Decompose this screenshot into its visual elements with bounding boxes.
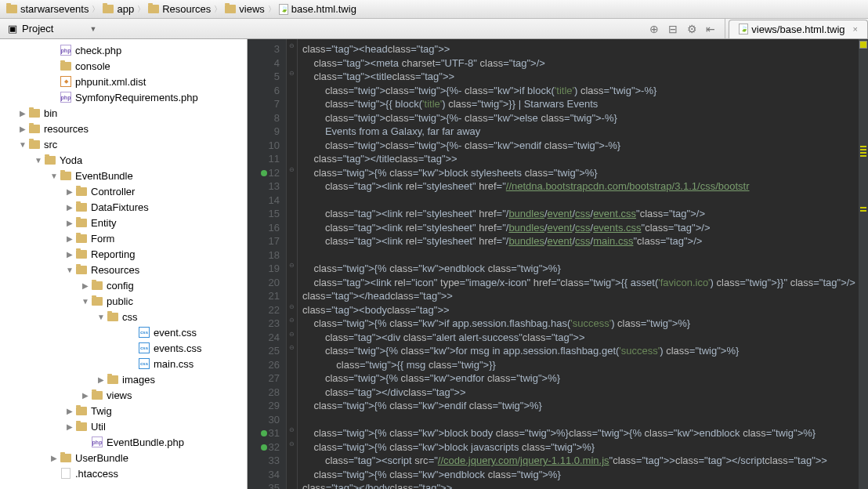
collapse-icon[interactable]: ⊟ xyxy=(667,23,679,35)
tree-label: phpunit.xml.dist xyxy=(75,76,146,88)
folder-icon xyxy=(92,281,103,290)
project-dropdown[interactable]: ▣ Project ▼ xyxy=(0,19,104,38)
tree-arrow-icon[interactable]: ▶ xyxy=(19,109,27,118)
tree-item[interactable]: ▶Twig xyxy=(0,403,247,418)
tree-arrow-icon[interactable]: ▼ xyxy=(66,266,74,274)
tree-arrow-icon[interactable]: ▶ xyxy=(81,281,89,290)
tree-item[interactable]: ▶Entity xyxy=(0,215,247,230)
tree-arrow-icon[interactable]: ▶ xyxy=(81,391,89,400)
tree-arrow-icon[interactable]: ▼ xyxy=(97,313,105,321)
tree-item[interactable]: cssevents.css xyxy=(0,340,247,356)
tree-label: Form xyxy=(91,233,114,244)
tree-item[interactable]: ▼EventBundle xyxy=(0,168,247,183)
tree-arrow-icon[interactable]: ▶ xyxy=(97,375,105,384)
css-file-icon: css xyxy=(139,342,150,353)
twig-file-icon xyxy=(739,24,748,34)
breadcrumb: starwarsevents 〉 app 〉 Resources 〉 views… xyxy=(0,0,868,19)
tree-item[interactable]: ▼css xyxy=(0,309,247,324)
tree-arrow-icon[interactable]: ▶ xyxy=(66,187,74,196)
tree-label: main.css xyxy=(154,358,193,370)
tree-arrow-icon[interactable]: ▼ xyxy=(81,297,89,306)
tree-arrow-icon[interactable]: ▶ xyxy=(66,407,74,415)
error-stripe[interactable] xyxy=(859,39,868,489)
php-file-icon: php xyxy=(60,92,71,103)
folder-icon xyxy=(103,5,114,13)
tree-arrow-icon[interactable]: ▼ xyxy=(50,172,58,180)
tree-arrow-icon[interactable]: ▼ xyxy=(19,140,27,149)
tree-arrow-icon[interactable]: ▶ xyxy=(66,250,74,259)
tree-item[interactable]: ▶UserBundle xyxy=(0,450,247,465)
tree-item[interactable]: ▶config xyxy=(0,277,247,293)
tree-item[interactable]: cssevent.css xyxy=(0,324,247,340)
tab-title: views/base.html.twig xyxy=(751,24,844,35)
tree-item[interactable]: ▶DataFixtures xyxy=(0,199,247,215)
settings-icon[interactable]: ⚙ xyxy=(685,23,698,35)
tree-item[interactable]: ◆phpunit.xml.dist xyxy=(0,74,247,89)
breadcrumb-item[interactable]: base.html.twig xyxy=(279,3,356,15)
tree-item[interactable]: phpSymfonyRequirements.php xyxy=(0,89,247,105)
tree-item[interactable]: phpEventBundle.php xyxy=(0,434,247,450)
line-gutter: 3456789101112131415161718192021222324252… xyxy=(248,39,287,489)
tree-item[interactable]: ▼Yoda xyxy=(0,152,247,168)
tree-item[interactable]: ▼Resources xyxy=(0,262,247,277)
breadcrumb-item[interactable]: starwarsevents xyxy=(6,3,89,15)
tree-item[interactable]: .htaccess xyxy=(0,465,247,481)
inspection-indicator[interactable] xyxy=(859,41,867,49)
tree-item[interactable]: cssmain.css xyxy=(0,356,247,371)
tree-item[interactable]: ▶Util xyxy=(0,418,247,434)
tree-arrow-icon[interactable]: ▶ xyxy=(66,219,74,227)
breadcrumb-label: app xyxy=(117,3,134,15)
tree-item[interactable]: ▶bin xyxy=(0,105,247,121)
tree-arrow-icon[interactable]: ▶ xyxy=(50,454,58,462)
chevron-right-icon: 〉 xyxy=(268,4,276,15)
project-label: Project xyxy=(22,23,53,34)
code-content[interactable]: class="tag"><headclass="tag">> class="ta… xyxy=(298,39,868,489)
tree-item[interactable]: ▶views xyxy=(0,387,247,403)
twig-file-icon xyxy=(279,4,288,15)
tree-label: Util xyxy=(91,421,106,433)
tree-arrow-icon[interactable]: ▶ xyxy=(66,203,74,212)
breadcrumb-item[interactable]: app xyxy=(103,3,134,15)
fold-gutter[interactable]: ⊖⊖⊖⊖⊖⊖⊖⊖⊖⊖ xyxy=(287,39,298,489)
tree-item[interactable]: ▶resources xyxy=(0,121,247,136)
css-file-icon: css xyxy=(139,327,150,338)
code-editor[interactable]: 3456789101112131415161718192021222324252… xyxy=(248,39,868,489)
folder-icon xyxy=(92,391,103,400)
tree-item[interactable]: ▶Reporting xyxy=(0,246,247,262)
php-file-icon: php xyxy=(92,436,103,447)
breadcrumb-item[interactable]: views xyxy=(225,3,265,15)
close-icon[interactable]: × xyxy=(853,24,858,34)
tree-item[interactable]: ▼src xyxy=(0,136,247,152)
project-icon: ▣ xyxy=(8,23,17,34)
breadcrumb-label: base.html.twig xyxy=(291,3,356,15)
css-file-icon: css xyxy=(139,358,150,369)
tree-arrow-icon[interactable]: ▶ xyxy=(66,422,74,431)
tree-item[interactable]: ▶Form xyxy=(0,230,247,246)
tree-label: css xyxy=(122,311,138,323)
tree-item[interactable]: console xyxy=(0,58,247,74)
locate-icon[interactable]: ⊕ xyxy=(648,23,660,35)
tree-arrow-icon[interactable]: ▶ xyxy=(66,234,74,243)
editor-tab[interactable]: views/base.html.twig × xyxy=(729,20,868,38)
tree-label: views xyxy=(107,389,132,401)
tree-item[interactable]: phpcheck.php xyxy=(0,42,247,58)
project-tree[interactable]: phpcheck.phpconsole◆phpunit.xml.distphpS… xyxy=(0,39,248,489)
chevron-right-icon: 〉 xyxy=(137,4,145,15)
tree-item[interactable]: ▶images xyxy=(0,371,247,387)
xml-file-icon: ◆ xyxy=(60,76,71,87)
tree-item[interactable]: ▶Controller xyxy=(0,183,247,199)
tree-item[interactable]: ▼public xyxy=(0,293,247,309)
tree-label: .htaccess xyxy=(75,468,118,480)
tree-label: console xyxy=(75,60,110,72)
tree-label: UserBundle xyxy=(75,452,128,464)
tree-label: DataFixtures xyxy=(91,201,149,213)
folder-icon xyxy=(148,5,159,13)
hide-icon[interactable]: ⇤ xyxy=(704,23,717,35)
tree-label: check.php xyxy=(75,45,121,56)
tree-arrow-icon[interactable]: ▼ xyxy=(34,156,42,165)
folder-icon xyxy=(76,407,87,415)
tree-label: Entity xyxy=(91,217,117,229)
folder-icon xyxy=(60,172,71,180)
tree-arrow-icon[interactable]: ▶ xyxy=(19,125,27,133)
breadcrumb-item[interactable]: Resources xyxy=(148,3,211,15)
